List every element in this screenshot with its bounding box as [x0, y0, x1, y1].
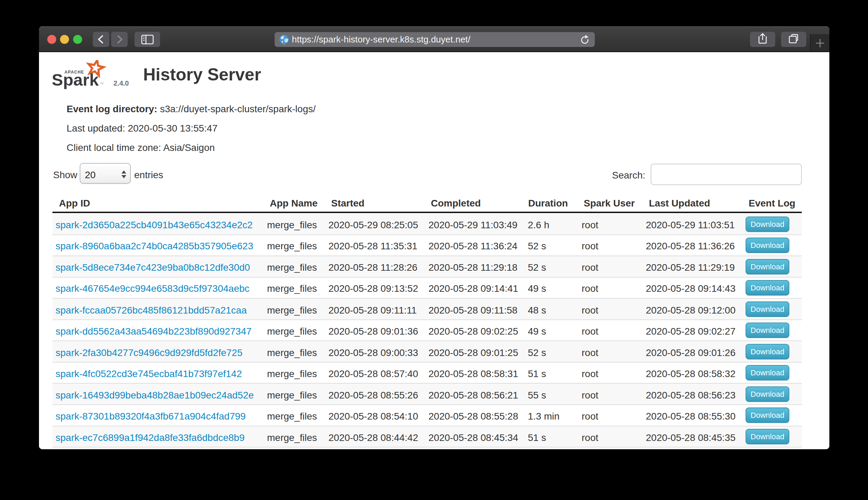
- svg-text:TM: TM: [100, 82, 103, 85]
- svg-text:Spark: Spark: [52, 70, 99, 89]
